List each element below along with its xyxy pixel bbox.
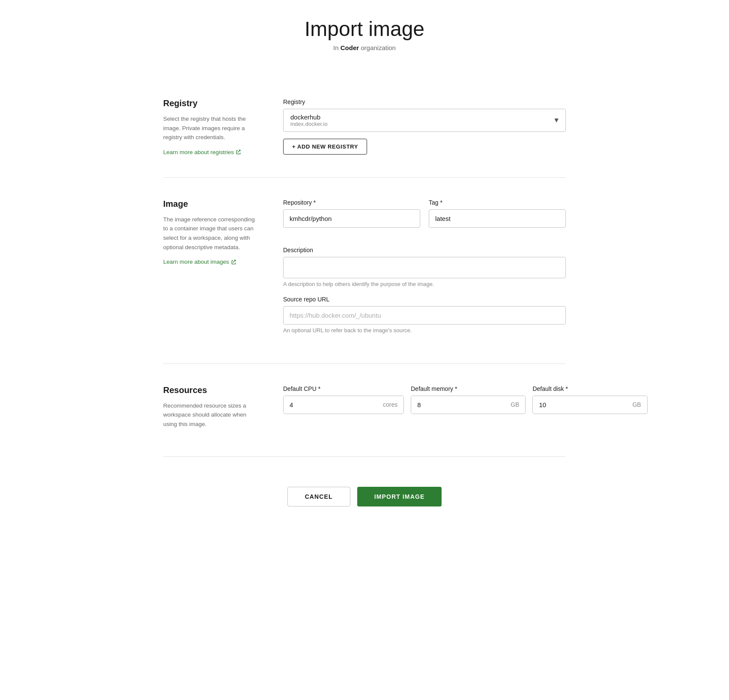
source-repo-hint: An optional URL to refer back to the ima… bbox=[283, 327, 566, 334]
repository-label: Repository * bbox=[283, 199, 420, 206]
image-section: Image The image reference corresponding … bbox=[163, 178, 566, 364]
image-section-content: Repository * Tag * Description A descrip… bbox=[283, 199, 566, 342]
cpu-field: Default CPU * cores bbox=[283, 385, 404, 414]
source-repo-field: Source repo URL An optional URL to refer… bbox=[283, 296, 566, 334]
subtitle-suffix: organization bbox=[359, 44, 396, 51]
page-subtitle: In Coder organization bbox=[163, 44, 566, 51]
import-image-button[interactable]: IMPORT IMAGE bbox=[357, 487, 442, 506]
disk-field: Default disk * GB bbox=[532, 385, 647, 414]
registry-select-box[interactable]: dockerhub index.docker.io bbox=[283, 109, 566, 132]
cpu-label: Default CPU * bbox=[283, 385, 404, 392]
memory-input-wrapper: GB bbox=[411, 396, 526, 414]
learn-more-images-link[interactable]: Learn more about images bbox=[163, 259, 237, 265]
registry-section-info: Registry Select the registry that hosts … bbox=[163, 98, 257, 156]
add-registry-button[interactable]: + ADD NEW REGISTRY bbox=[283, 139, 367, 155]
source-repo-input[interactable] bbox=[283, 306, 566, 325]
footer-buttons: CANCEL IMPORT IMAGE bbox=[163, 478, 566, 506]
learn-more-registries-link[interactable]: Learn more about registries bbox=[163, 149, 242, 155]
image-section-description: The image reference corresponding to a c… bbox=[163, 215, 257, 252]
external-link-icon-2 bbox=[231, 259, 237, 265]
disk-input[interactable] bbox=[533, 396, 626, 414]
cancel-button[interactable]: CANCEL bbox=[287, 487, 350, 506]
subtitle-prefix: In bbox=[333, 44, 341, 51]
memory-label: Default memory * bbox=[411, 385, 526, 392]
memory-unit: GB bbox=[505, 396, 525, 413]
resources-section-info: Resources Recommended resource sizes a w… bbox=[163, 385, 257, 435]
registry-section-title: Registry bbox=[163, 98, 257, 108]
resources-section-description: Recommended resource sizes a workspace s… bbox=[163, 401, 257, 429]
cpu-input[interactable] bbox=[284, 396, 377, 414]
registry-select-wrapper[interactable]: dockerhub index.docker.io ▼ bbox=[283, 109, 566, 132]
subtitle-org: Coder bbox=[341, 44, 359, 51]
repo-tag-row: Repository * Tag * bbox=[283, 199, 566, 236]
memory-input[interactable] bbox=[411, 396, 505, 414]
image-section-title: Image bbox=[163, 199, 257, 209]
source-repo-label: Source repo URL bbox=[283, 296, 566, 303]
registry-section-content: Registry dockerhub index.docker.io ▼ + A… bbox=[283, 98, 566, 156]
page-header: Import image In Coder organization bbox=[163, 17, 566, 51]
tag-input[interactable] bbox=[429, 209, 566, 228]
disk-unit: GB bbox=[626, 396, 647, 413]
tag-label: Tag * bbox=[429, 199, 566, 206]
page-title: Import image bbox=[163, 17, 566, 41]
cpu-input-wrapper: cores bbox=[283, 396, 404, 414]
resources-row: Default CPU * cores Default memory * GB … bbox=[283, 385, 648, 414]
tag-field: Tag * bbox=[429, 199, 566, 228]
image-section-info: Image The image reference corresponding … bbox=[163, 199, 257, 342]
resources-section: Resources Recommended resource sizes a w… bbox=[163, 364, 566, 457]
registry-selected-sub: index.docker.io bbox=[290, 121, 547, 127]
description-input[interactable] bbox=[283, 257, 566, 278]
registry-selected-name: dockerhub bbox=[290, 113, 547, 121]
disk-input-wrapper: GB bbox=[532, 396, 647, 414]
memory-field: Default memory * GB bbox=[411, 385, 526, 414]
resources-section-title: Resources bbox=[163, 385, 257, 395]
external-link-icon bbox=[236, 149, 242, 155]
registry-field-label: Registry bbox=[283, 98, 566, 105]
repository-field: Repository * bbox=[283, 199, 420, 228]
registry-section: Registry Select the registry that hosts … bbox=[163, 77, 566, 178]
repository-input[interactable] bbox=[283, 209, 420, 228]
description-field: Description A description to help others… bbox=[283, 247, 566, 287]
disk-label: Default disk * bbox=[532, 385, 647, 392]
description-hint: A description to help others identify th… bbox=[283, 281, 566, 287]
registry-section-description: Select the registry that hosts the image… bbox=[163, 114, 257, 142]
description-label: Description bbox=[283, 247, 566, 253]
resources-section-content: Default CPU * cores Default memory * GB … bbox=[283, 385, 648, 435]
cpu-unit: cores bbox=[377, 396, 403, 413]
